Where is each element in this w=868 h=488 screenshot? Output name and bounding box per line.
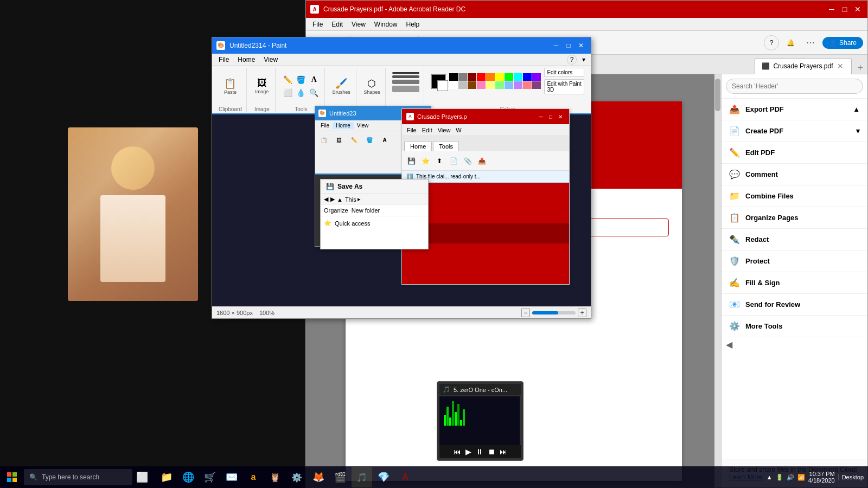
tab-close-icon[interactable]: ✕ [836, 62, 845, 70]
color2-swatch[interactable] [437, 80, 448, 91]
menu-file[interactable]: File [308, 20, 327, 29]
menu-help[interactable]: Help [402, 20, 424, 29]
media-next-btn[interactable]: ⏭ [500, 447, 507, 456]
start-button[interactable] [0, 466, 24, 488]
nav-forward-btn[interactable]: ▶ [330, 196, 335, 203]
color-darkred[interactable] [468, 73, 476, 81]
color-blue[interactable] [523, 73, 532, 81]
redact-header[interactable]: ✒️ Redact [722, 229, 867, 250]
taskbar-network[interactable]: 📶 [797, 474, 805, 481]
color-salmon[interactable] [523, 81, 532, 89]
taskbar-clock[interactable]: 10:37 PM 4/18/2020 [808, 471, 835, 484]
organize-header[interactable]: 📋 Organize Pages [722, 207, 867, 228]
as-menu-w[interactable]: W [453, 126, 464, 134]
media-stop-btn[interactable]: ⏹ [488, 447, 495, 456]
maximize-button[interactable]: □ [839, 4, 850, 15]
edit-colors-btn[interactable]: Edit colors [544, 68, 584, 77]
panel-collapse-toggle[interactable]: ◀ [722, 337, 867, 352]
color-lavender[interactable] [514, 81, 522, 89]
color-lightblue[interactable] [505, 81, 513, 89]
zoom-in-status[interactable]: + [578, 309, 586, 317]
as-menu-edit[interactable]: Edit [419, 126, 435, 134]
panel-scroll[interactable]: 📤 Export PDF ▲ 📄 Create PDF ▾ [722, 99, 867, 459]
taskbar-amazon[interactable]: a [243, 467, 264, 487]
as-home-tab[interactable]: Home [404, 141, 432, 151]
size-line-1[interactable] [392, 72, 419, 74]
eyedropper-tool[interactable]: 💧 [295, 87, 307, 99]
as-upload-btn[interactable]: ⬆ [433, 155, 445, 167]
zoom-out-status[interactable]: − [521, 309, 530, 317]
color-pink[interactable] [477, 81, 486, 89]
color-lightgreen[interactable] [495, 81, 504, 89]
taskbar-app1[interactable]: ⚙️ [286, 467, 307, 487]
color-purple[interactable] [532, 73, 541, 81]
taskbar-edge[interactable]: 🌐 [178, 467, 199, 487]
taskbar-firefox[interactable]: 🦊 [308, 467, 329, 487]
color-brown[interactable] [468, 81, 476, 89]
color-lightyellow[interactable] [486, 81, 495, 89]
organize-btn[interactable]: Organize [324, 207, 348, 214]
quick-access-item[interactable]: ⭐ Quick access [321, 216, 428, 230]
show-desktop-label[interactable]: Desktop [838, 474, 864, 480]
paint-maximize[interactable]: □ [563, 40, 574, 51]
taskbar-acrobat[interactable]: A [395, 467, 416, 487]
image-btn[interactable]: 🖼 Image [253, 78, 271, 95]
taskbar-search-bar[interactable]: 🔍 Type here to search [24, 469, 132, 485]
create-pdf-header[interactable]: 📄 Create PDF ▾ [722, 120, 867, 142]
color-cyan[interactable] [514, 73, 522, 81]
taskbar-app2[interactable]: 💎 [373, 467, 394, 487]
color-mauve[interactable] [532, 81, 541, 89]
collapse-icon[interactable]: ◀ [726, 339, 732, 350]
media-play-btn[interactable]: ▶ [465, 447, 471, 456]
share-button[interactable]: 👤 Share [822, 37, 863, 49]
taskbar-volume[interactable]: 🔊 [787, 474, 794, 481]
paint-help-button[interactable]: ? [567, 55, 577, 65]
paint-chevron-down[interactable]: ▾ [579, 55, 589, 65]
more-options-button[interactable]: ⋯ [803, 35, 818, 50]
fill-tool[interactable]: 🪣 [295, 74, 307, 86]
as-menu-view[interactable]: View [435, 126, 454, 134]
edit-pdf-header[interactable]: ✏️ Edit PDF [722, 142, 867, 163]
as-copy-btn[interactable]: 📄 [448, 155, 459, 167]
brushes-btn[interactable]: 🖌️ Brushes [333, 78, 350, 95]
menu-edit[interactable]: Edit [327, 20, 347, 29]
add-tab-button[interactable]: + [857, 62, 863, 74]
nav-back-btn[interactable]: ◀ [324, 196, 328, 203]
as-save-btn[interactable]: 💾 [405, 155, 417, 167]
ps-pencil-btn[interactable]: ✏️ [348, 133, 361, 146]
send-review-header[interactable]: 📧 Send for Review [722, 294, 867, 315]
ps-text-btn[interactable]: A [378, 133, 391, 146]
task-view-button[interactable]: ⬜ [132, 467, 152, 487]
color-orange[interactable] [486, 73, 495, 81]
clipboard-paste-btn[interactable]: 📋 Paste [221, 78, 239, 95]
paint-minimize[interactable]: ─ [551, 40, 561, 51]
taskbar-tripadvisor[interactable]: 🦉 [265, 467, 285, 487]
right-panel-search[interactable] [726, 79, 863, 94]
pencil-tool[interactable]: ✏️ [282, 74, 294, 86]
ps-image-btn[interactable]: 🖼 [333, 133, 346, 146]
scrollbar-thumb[interactable] [715, 79, 720, 111]
as-menu-file[interactable]: File [404, 126, 419, 134]
color1-swatch[interactable] [431, 74, 446, 89]
protect-header[interactable]: 🛡️ Protect [722, 251, 867, 272]
ps-clipboard-btn[interactable]: 📋 [317, 133, 330, 146]
color-silver[interactable] [458, 81, 467, 89]
as-bookmark-btn[interactable]: ⭐ [419, 155, 431, 167]
paint-menu-home[interactable]: Home [233, 55, 259, 65]
eraser-tool[interactable]: ⬜ [282, 87, 294, 99]
help-button[interactable]: ? [764, 35, 779, 50]
color-gray[interactable] [458, 73, 467, 81]
as-tools-tab[interactable]: Tools [433, 141, 459, 151]
export-pdf-header[interactable]: 📤 Export PDF ▲ [722, 99, 867, 120]
media-prev-btn[interactable]: ⏮ [454, 447, 461, 456]
taskbar-store[interactable]: 🛒 [200, 467, 220, 487]
paint-small-file[interactable]: File [317, 122, 333, 129]
minimize-button[interactable]: ─ [826, 4, 837, 15]
nav-this[interactable]: This ▸ [345, 196, 361, 203]
paint-menu-view[interactable]: View [259, 55, 282, 65]
text-tool[interactable]: A [308, 74, 320, 86]
taskbar-chevron[interactable]: ▲ [767, 474, 773, 480]
color-white[interactable] [449, 81, 458, 89]
paint-small-home[interactable]: Home [333, 122, 354, 129]
color-yellow[interactable] [495, 73, 504, 81]
